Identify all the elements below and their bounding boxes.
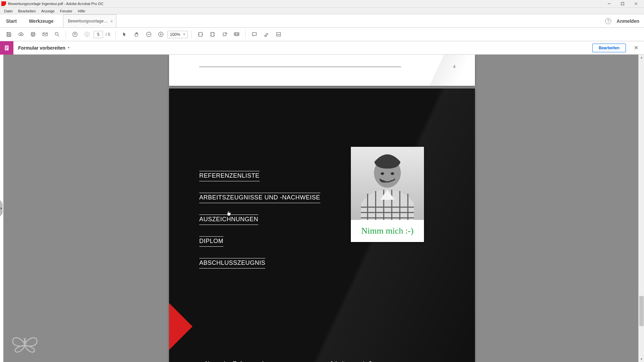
close-context-button[interactable]: ✕ (631, 43, 641, 53)
help-icon[interactable]: ? (605, 18, 611, 24)
fit-page-icon[interactable] (207, 29, 218, 40)
tab-document[interactable]: Bewerbungsvorlage… × (63, 14, 117, 27)
page-5: REFERENZENLISTE ARBEITSZEUGNISSE UND -NA… (169, 88, 475, 362)
svg-rect-11 (199, 33, 202, 37)
svg-point-23 (381, 172, 384, 175)
chevron-down-icon: ▼ (67, 46, 70, 49)
tool-context-bar: Formular vorbereiten ▼ Bearbeiten ✕ (0, 41, 644, 55)
svg-rect-12 (211, 33, 214, 37)
app-icon (1, 1, 6, 6)
sign-icon[interactable] (273, 29, 284, 40)
page-number: 4 (453, 64, 455, 69)
read-mode-icon[interactable] (231, 29, 242, 40)
tab-start[interactable]: Start (0, 14, 23, 27)
window-maximize-button[interactable] (616, 0, 629, 8)
svg-rect-15 (276, 33, 280, 36)
page-number-input[interactable] (94, 31, 103, 38)
title-bar: Bewerbungsvorlage Ingenieur.pdf - Adobe … (0, 0, 644, 8)
document-viewport[interactable]: 4 REFERENZENLISTE ARBEITSZEUGNISSE UND -… (0, 55, 644, 362)
svg-rect-0 (621, 2, 624, 5)
menu-fenster[interactable]: Fenster (57, 8, 75, 14)
ref-item-right-title: Arbeitszeugnis 3 (324, 359, 372, 362)
scroll-down-icon[interactable]: ▼ (639, 356, 644, 362)
window-minimize-button[interactable] (602, 0, 616, 8)
reference-columns: Name des Referenzgebers (Anlage 1) Arbei… (199, 359, 372, 362)
svg-rect-13 (223, 33, 226, 36)
search-icon[interactable] (52, 29, 62, 40)
page-4-tail: 4 (169, 55, 475, 86)
zoom-in-icon[interactable] (155, 29, 166, 40)
window-close-button[interactable] (629, 0, 643, 8)
menu-bearbeiten[interactable]: Bearbeiten (15, 8, 39, 14)
zoom-select[interactable]: 100% ▼ (167, 31, 188, 38)
cloud-upload-icon[interactable] (15, 29, 26, 40)
tab-document-label: Bewerbungsvorlage… (68, 19, 108, 23)
heading-arbeitszeugnisse: ARBEITSZEUGNISSE UND -NACHWEISE (199, 193, 320, 203)
prepare-form-badge-icon (0, 41, 13, 55)
cursor-hand-icon (226, 210, 231, 217)
toolbar-separator (191, 31, 192, 39)
toolbar-separator (115, 31, 116, 39)
menu-hilfe[interactable]: Hilfe (75, 8, 88, 14)
save-icon[interactable] (3, 29, 14, 40)
chevron-down-icon: ▼ (183, 33, 185, 36)
main-toolbar: / 5 100% ▼ (0, 28, 644, 41)
ref-item-left-title: Name des Referenzgebers (199, 359, 273, 362)
heading-diplom: DIPLOM (199, 236, 223, 247)
svg-point-24 (391, 172, 394, 175)
heading-referenzenliste: REFERENZENLISTE (199, 171, 260, 181)
fit-width-icon[interactable] (195, 29, 206, 40)
applicant-photo-card: Nimm mich :-) (351, 147, 424, 242)
hand-tool-icon[interactable] (131, 29, 142, 40)
rotate-icon[interactable] (219, 29, 230, 40)
mail-icon[interactable] (40, 29, 50, 40)
scroll-up-icon[interactable]: ▲ (639, 55, 644, 60)
menu-anzeige[interactable]: Anzeige (39, 8, 57, 14)
tab-strip: Start Werkzeuge Bewerbungsvorlage… × ? A… (0, 14, 644, 28)
highlight-icon[interactable] (261, 29, 272, 40)
menu-datei[interactable]: Datei (1, 8, 15, 14)
comment-icon[interactable] (249, 29, 260, 40)
window-title: Bewerbungsvorlage Ingenieur.pdf - Adobe … (8, 2, 103, 6)
tab-document-close-icon[interactable]: × (110, 19, 113, 24)
svg-rect-18 (5, 48, 8, 48)
page-sheen (401, 55, 475, 86)
watermark-butterfly-icon (11, 332, 38, 355)
context-tool-dropdown[interactable]: Formular vorbereiten ▼ (13, 45, 73, 51)
page-prev-icon[interactable] (69, 29, 80, 40)
edit-button[interactable]: Bearbeiten (592, 44, 626, 52)
photo-caption: Nimm mich :-) (351, 220, 424, 242)
section-headings: REFERENZENLISTE ARBEITSZEUGNISSE UND -NA… (199, 171, 320, 280)
zoom-value: 100% (170, 32, 180, 37)
tab-tools[interactable]: Werkzeuge (23, 14, 60, 27)
red-arrow-decor (169, 303, 193, 350)
scroll-thumb[interactable] (639, 296, 644, 326)
menu-bar: Datei Bearbeiten Anzeige Fenster Hilfe (0, 8, 644, 14)
toolbar-separator (245, 31, 246, 39)
page-next-icon (82, 29, 92, 40)
vertical-scrollbar[interactable]: ▲ ▼ (638, 55, 644, 362)
svg-rect-1 (8, 35, 10, 36)
page-total-label: / 5 (104, 32, 112, 37)
context-tool-label: Formular vorbereiten (18, 45, 65, 51)
applicant-photo (351, 147, 424, 220)
svg-rect-19 (5, 49, 7, 49)
print-icon[interactable] (28, 29, 38, 40)
sign-in-link[interactable]: Anmelden (616, 18, 639, 24)
toolbar-separator (66, 31, 66, 39)
svg-rect-17 (5, 46, 8, 47)
svg-point-6 (55, 33, 58, 36)
select-tool-icon[interactable] (119, 29, 130, 40)
heading-abschlusszeugnis: ABSCHLUSSZEUGNIS (199, 258, 265, 268)
zoom-out-icon[interactable] (143, 29, 154, 40)
